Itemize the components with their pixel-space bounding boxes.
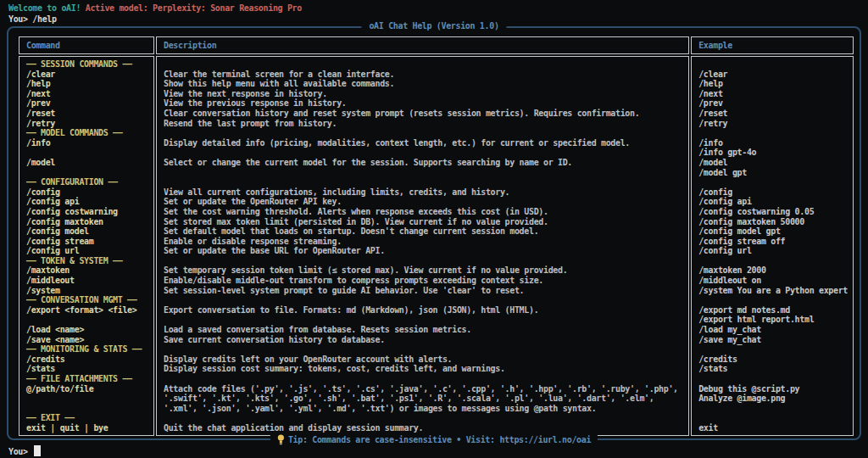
welcome-text: Welcome to oAI!	[8, 3, 81, 13]
table-cell-line: Enable or disable response streaming.	[164, 237, 683, 247]
table-cell-line: Quit the chat application and display se…	[164, 423, 683, 433]
table-cell-line: /export html report.html	[698, 315, 848, 325]
table-cell-line: /reset	[698, 109, 848, 119]
table-cell-line: Set session-level system prompt to guide…	[164, 286, 683, 296]
table-cell-line: /stats	[26, 364, 148, 374]
table-cell-line: Attach code files ('.py', '.js', '.ts', …	[164, 384, 683, 394]
table-cell-line	[26, 148, 148, 158]
table-cell-line: '.xml', '.json', '.yaml', '.yml', '.md',…	[164, 404, 683, 414]
table-cell-line	[698, 374, 848, 384]
section-header: —— CONVERSATION MGMT ——	[26, 295, 148, 305]
table-cell-line	[698, 256, 848, 266]
table-cell-line	[698, 295, 848, 305]
table-cell-line: Resend the last prompt from history.	[164, 119, 683, 129]
table-cell-line: Save current conversation history to dat…	[164, 335, 683, 345]
table-cell-line: Set the cost warning threshold. Alerts w…	[164, 207, 683, 217]
table-cell-line: Enable/disable middle-out transform to c…	[164, 276, 683, 286]
table-cell-line: /config model	[26, 226, 148, 237]
table-cell-line: exit | quit | bye	[26, 423, 148, 433]
section-header: —— TOKEN & SYSTEM ——	[26, 256, 148, 266]
tip-bar: Tip: Commands are case-insensitive • Vis…	[270, 434, 598, 445]
table-cell-line: /model gpt	[698, 168, 848, 178]
table-cell-line: /info gpt-4o	[698, 148, 848, 158]
table-cell-line: /maxtoken 2000	[698, 265, 848, 276]
table-cell-line: /next	[698, 89, 848, 99]
column-header-command: Command	[19, 36, 154, 54]
table-cell-line: /export <format> <file>	[26, 305, 148, 316]
table-cell-line: /load <name>	[26, 325, 148, 335]
section-header: —— FILE ATTACHMENTS ——	[26, 374, 148, 384]
description-column: Clear the terminal screen for a clean in…	[156, 56, 689, 436]
table-cell-line: /model	[26, 158, 148, 168]
table-cell-line	[164, 413, 683, 423]
table-cell-line: /help	[698, 79, 848, 89]
table-cell-line	[164, 148, 683, 158]
table-cell-line	[164, 344, 683, 355]
table-cell-line: /save <name>	[26, 335, 148, 345]
table-cell-line: /config url	[26, 246, 148, 256]
command-column: —— SESSION COMMANDS ——/clear/help/next/p…	[19, 56, 154, 436]
table-cell-line: /stats	[698, 364, 848, 374]
help-table: Command Description Example —— SESSION C…	[17, 35, 855, 438]
table-cell-line: Set or update the base URL for OpenRoute…	[164, 246, 683, 256]
table-cell-line: Show this help menu with all available c…	[164, 79, 683, 89]
table-cell-line	[698, 413, 848, 423]
table-cell-line: /retry	[26, 119, 148, 129]
table-cell-line: /config stream	[26, 237, 148, 247]
table-cell-line: /system	[26, 286, 148, 296]
prompt-input[interactable]: You>	[8, 445, 41, 456]
table-cell-line: View all current configurations, includi…	[164, 187, 683, 198]
table-cell-line	[26, 394, 148, 404]
table-cell-line: /save my_chat	[698, 335, 848, 345]
table-cell-line: /config	[698, 187, 848, 198]
table-cell-line: /system You are a Python expert	[698, 286, 848, 296]
table-cell-line: Export conversation to file. Formats: md…	[164, 305, 683, 316]
table-cell-line	[698, 177, 848, 187]
table-cell-line: /help	[26, 79, 148, 89]
table-cell-line: /credits	[698, 355, 848, 365]
table-cell-line: /info	[698, 138, 848, 148]
column-header-description: Description	[156, 36, 689, 54]
table-cell-line: Select or change the current model for t…	[164, 158, 683, 168]
section-header: —— EXIT ——	[26, 413, 148, 423]
table-cell-line: Set temporary session token limit (≤ sto…	[164, 265, 683, 276]
table-cell-line: @/path/to/file	[26, 384, 148, 394]
table-cell-line: View the next response in history.	[164, 89, 683, 99]
table-cell-line: /middleout	[26, 276, 148, 286]
table-cell-line: Debug this @script.py	[698, 384, 848, 394]
table-cell-line: Analyze @image.png	[698, 394, 848, 404]
table-cell-line	[698, 344, 848, 355]
table-header-row: Command Description Example	[19, 36, 854, 54]
table-cell-line	[164, 256, 683, 266]
table-cell-line: /reset	[26, 109, 148, 119]
table-cell-line: /model	[698, 158, 848, 168]
table-cell-line: /config model gpt	[698, 226, 848, 237]
section-header: —— SESSION COMMANDS ——	[26, 59, 148, 70]
table-cell-line: Set stored max token limit (persisted in…	[164, 217, 683, 227]
table-cell-line: /maxtoken	[26, 265, 148, 276]
table-cell-line: /config maxtoken 50000	[698, 217, 848, 227]
table-cell-line: /config maxtoken	[26, 217, 148, 227]
table-cell-line: Load a saved conversation from database.…	[164, 325, 683, 335]
prompt-label: You>	[8, 447, 28, 456]
table-cell-line	[698, 59, 848, 70]
table-cell-line: '.swift', '.kt', '.kts', '.go', '.sh', '…	[164, 394, 683, 404]
text-cursor[interactable]	[34, 445, 41, 456]
table-cell-line: /clear	[26, 70, 148, 80]
table-cell-line	[164, 295, 683, 305]
table-body-row: —— SESSION COMMANDS ——/clear/help/next/p…	[19, 56, 854, 436]
table-cell-line: /config	[26, 187, 148, 198]
table-cell-line: /credits	[26, 355, 148, 365]
table-cell-line	[26, 404, 148, 414]
table-cell-line: Display detailed info (pricing, modaliti…	[164, 138, 683, 148]
table-cell-line: /prev	[698, 98, 848, 109]
section-header: —— MONITORING & STATS ——	[26, 344, 148, 355]
help-panel: oAI Chat Help (Version 1.0) Command Desc…	[7, 26, 861, 440]
table-cell-line: Set or update the OpenRouter API key.	[164, 197, 683, 207]
table-cell-line: /clear	[698, 70, 848, 80]
table-cell-line: /config api	[698, 197, 848, 207]
table-cell-line: /config api	[26, 197, 148, 207]
table-cell-line	[698, 128, 848, 138]
table-cell-line: Set default model that loads on startup.…	[164, 226, 683, 237]
lightbulb-icon	[277, 434, 285, 445]
